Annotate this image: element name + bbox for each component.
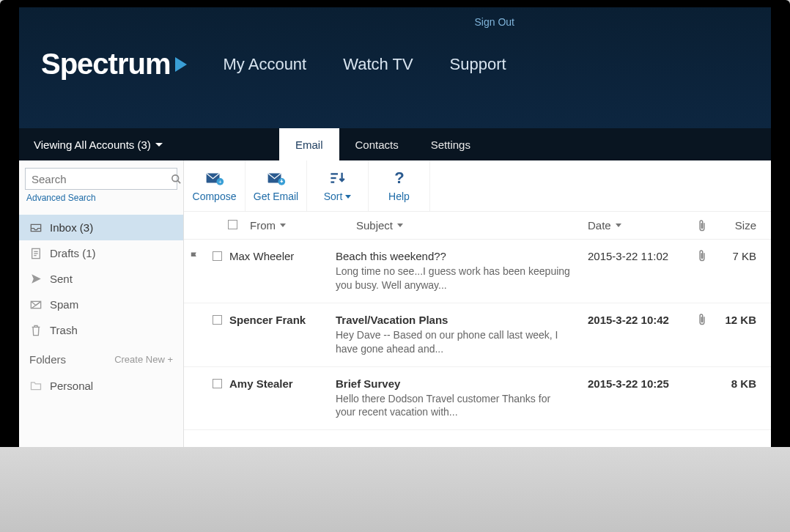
chevron-down-icon xyxy=(397,223,403,227)
sign-out-link[interactable]: Sign Out xyxy=(475,16,514,28)
flag-cell[interactable] xyxy=(184,377,204,420)
folders-title: Folders xyxy=(29,353,66,366)
preview-text: Hello there Dodson Travel customer Thank… xyxy=(336,392,573,420)
chevron-down-icon xyxy=(155,143,163,147)
play-triangle-icon xyxy=(175,57,187,72)
folder-label: Trash xyxy=(50,324,78,336)
from-cell: Max Wheeler xyxy=(229,250,336,292)
column-from[interactable]: From xyxy=(250,219,286,232)
message-row[interactable]: Max WheelerBeach this weekend??Long time… xyxy=(184,240,771,303)
flag-cell[interactable] xyxy=(184,314,204,356)
check-cell xyxy=(204,314,229,356)
message-row[interactable]: Spencer FrankTravel/Vacation PlansHey Da… xyxy=(184,303,771,367)
create-new-folder[interactable]: Create New + xyxy=(114,354,173,365)
from-cell: Amy Stealer xyxy=(229,377,336,420)
get-email-icon xyxy=(267,170,286,186)
tool-label: Help xyxy=(388,191,410,202)
svg-text:?: ? xyxy=(394,170,404,186)
select-all-checkbox[interactable] xyxy=(228,220,237,229)
folder-label: Sent xyxy=(50,273,73,285)
folder-trash[interactable]: Trash xyxy=(19,317,183,343)
inbox-icon xyxy=(29,223,43,232)
compose-icon: + xyxy=(205,170,224,186)
subject-text: Beach this weekend?? xyxy=(336,250,573,262)
check-cell xyxy=(204,377,229,420)
search-wrap: Advanced Search xyxy=(19,168,183,215)
accounts-dropdown[interactable]: Viewing All Accounts (3) xyxy=(19,128,279,160)
flag-cell[interactable] xyxy=(184,250,204,292)
folder-drafts[interactable]: Drafts (1) xyxy=(19,240,183,266)
drafts-icon xyxy=(29,248,43,259)
compose-button[interactable]: + Compose xyxy=(184,160,246,211)
help-button[interactable]: ? Help xyxy=(369,160,430,211)
sent-icon xyxy=(29,273,43,284)
nav-watch-tv[interactable]: Watch TV xyxy=(343,55,413,74)
from-cell: Spencer Frank xyxy=(229,314,336,356)
flag-icon xyxy=(189,251,199,262)
subject-cell: Travel/Vacation PlansHey Dave -- Based o… xyxy=(336,314,588,356)
preview-text: Long time no see...I guess work has been… xyxy=(336,265,573,292)
attachment-cell xyxy=(698,377,720,420)
folder-label: Personal xyxy=(50,380,93,392)
check-cell xyxy=(204,250,229,292)
search-input[interactable] xyxy=(32,173,171,185)
sort-button[interactable]: Sort xyxy=(307,160,369,211)
tab-contacts[interactable]: Contacts xyxy=(339,128,415,160)
date-cell: 2015-3-22 10:42 xyxy=(588,314,698,356)
row-checkbox[interactable] xyxy=(213,315,222,325)
attachment-cell xyxy=(698,250,720,292)
size-cell: 12 KB xyxy=(720,314,756,356)
folders-section-header: Folders Create New + xyxy=(19,343,183,373)
chevron-down-icon xyxy=(280,223,286,227)
subject-text: Travel/Vacation Plans xyxy=(336,314,573,326)
folder-spam[interactable]: Spam xyxy=(19,292,183,317)
message-row[interactable]: Amy StealerBrief SurveyHello there Dodso… xyxy=(184,367,771,431)
folder-label: Spam xyxy=(50,298,78,311)
spam-icon xyxy=(29,300,43,309)
nav-support[interactable]: Support xyxy=(450,55,506,74)
attachment-icon xyxy=(698,220,720,232)
brand-text: Spectrum xyxy=(41,48,171,81)
top-nav: My Account Watch TV Support xyxy=(224,55,506,74)
attachment-icon xyxy=(698,314,706,325)
advanced-search-link[interactable]: Advanced Search xyxy=(25,190,177,212)
sort-icon xyxy=(329,170,347,186)
attachment-icon xyxy=(698,250,706,262)
message-list: Max WheelerBeach this weekend??Long time… xyxy=(184,240,771,430)
content: + Compose Get Email Sort xyxy=(184,160,771,447)
subheader: Viewing All Accounts (3) Email Contacts … xyxy=(19,128,771,160)
section-tabs: Email Contacts Settings xyxy=(279,128,487,160)
help-icon: ? xyxy=(394,170,405,186)
tab-settings[interactable]: Settings xyxy=(415,128,487,160)
folder-personal[interactable]: Personal xyxy=(19,373,183,399)
size-cell: 7 KB xyxy=(720,250,756,292)
search-icon[interactable] xyxy=(171,174,182,185)
search-box[interactable] xyxy=(25,168,177,190)
subject-text: Brief Survey xyxy=(336,377,573,390)
monitor-stand xyxy=(0,447,790,532)
tool-label: Get Email xyxy=(254,191,298,202)
row-checkbox[interactable] xyxy=(213,251,222,261)
tab-email[interactable]: Email xyxy=(279,128,339,160)
tool-label: Compose xyxy=(193,191,237,202)
column-size[interactable]: Size xyxy=(720,219,756,232)
date-cell: 2015-3-22 11:02 xyxy=(588,250,698,292)
preview-text: Hey Dave -- Based on our phone call last… xyxy=(336,328,573,356)
get-email-button[interactable]: Get Email xyxy=(246,160,307,211)
brand-logo: Spectrum xyxy=(41,48,187,81)
brand-row: Spectrum My Account Watch TV Support xyxy=(19,7,771,81)
chevron-down-icon xyxy=(616,223,621,227)
nav-my-account[interactable]: My Account xyxy=(224,55,307,74)
tool-label: Sort xyxy=(324,191,352,202)
svg-point-0 xyxy=(172,174,179,181)
folder-label: Drafts (1) xyxy=(50,247,96,259)
folder-sent[interactable]: Sent xyxy=(19,266,183,292)
accounts-label: Viewing All Accounts (3) xyxy=(34,138,151,151)
folder-inbox[interactable]: Inbox (3) xyxy=(19,215,183,240)
subject-cell: Beach this weekend??Long time no see...I… xyxy=(336,250,588,292)
column-subject[interactable]: Subject xyxy=(356,219,403,232)
size-cell: 8 KB xyxy=(720,377,756,420)
column-date[interactable]: Date xyxy=(588,219,621,232)
subject-cell: Brief SurveyHello there Dodson Travel cu… xyxy=(336,377,588,420)
row-checkbox[interactable] xyxy=(213,379,222,388)
